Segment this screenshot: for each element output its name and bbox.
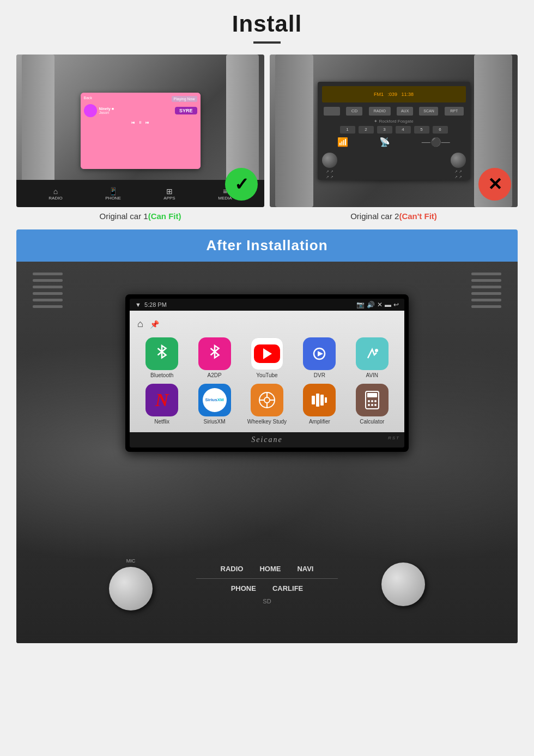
camera-icon: 📷 xyxy=(356,301,365,309)
after-installation-photo: ▼ 5:28 PM 📷 🔊 ✕ ▬ ↩ xyxy=(16,262,518,643)
amp-icon-bg xyxy=(303,384,336,416)
divider xyxy=(196,578,338,579)
car2-radio: FM1 :039 11:38 CD RADIO AUX SCAN RPT ✦ R… xyxy=(318,82,470,180)
netflix-label: Netflix xyxy=(154,419,169,425)
head-unit-brand-bar: Seicane RST xyxy=(130,432,404,447)
physical-controls-area: MIC RADIO HOME NAVI PHONE CARLI xyxy=(109,558,425,610)
close-icon: ✕ xyxy=(377,301,383,309)
car2-photo: FM1 :039 11:38 CD RADIO AUX SCAN RPT ✦ R… xyxy=(270,55,518,207)
car2-knobs: ↗ ↗ ↗ ↗ ↗ ↗ xyxy=(322,153,466,179)
app-avin[interactable]: AVIN xyxy=(349,337,396,378)
minimize-icon: ▬ xyxy=(385,301,391,309)
app-calculator[interactable]: Calculator xyxy=(349,384,396,425)
calc-icon-bg xyxy=(356,384,389,416)
car1-caption: Original car 1(Can Fit) xyxy=(16,211,264,221)
app-dvr[interactable]: DVR xyxy=(296,337,343,378)
wheel-label: Wheelkey Study xyxy=(247,419,287,425)
car2-caption: Original car 2(Can't Fit) xyxy=(270,211,518,221)
home-btn[interactable]: HOME xyxy=(259,565,281,573)
sirius-icon-bg: SiriusXM xyxy=(198,384,231,416)
left-knob[interactable] xyxy=(109,567,153,610)
app-a2dp[interactable]: A2DP xyxy=(191,337,238,378)
radio-btn[interactable]: RADIO xyxy=(221,565,244,573)
app-grid-row2: N Netflix SiriusXM xyxy=(135,384,399,425)
svg-point-14 xyxy=(368,400,370,402)
app-youtube[interactable]: YouTube xyxy=(244,337,290,378)
wheel-icon-bg xyxy=(251,384,283,416)
app-netflix[interactable]: N Netflix xyxy=(138,384,185,425)
avin-label: AVIN xyxy=(366,372,378,378)
top-bar: ⌂ 📌 xyxy=(135,318,399,330)
phone-btn[interactable]: PHONE xyxy=(231,584,256,592)
svg-point-15 xyxy=(371,400,373,402)
app-grid-area: ⌂ 📌 B xyxy=(130,311,404,432)
app-wheelkey[interactable]: Wheelkey Study xyxy=(244,384,290,425)
bluetooth-icon-bg xyxy=(145,337,178,370)
car-comparison: BackPlaying Now Ninety ■ Jason SYRE xyxy=(16,55,518,221)
car1-screen: BackPlaying Now Ninety ■ Jason SYRE xyxy=(81,93,201,169)
a2dp-label: A2DP xyxy=(208,372,222,378)
car1-photo: BackPlaying Now Ninety ■ Jason SYRE xyxy=(16,55,264,207)
title-underline xyxy=(253,41,281,44)
status-right: 📷 🔊 ✕ ▬ ↩ xyxy=(356,301,399,309)
rst-label: RST xyxy=(388,436,400,440)
vent-left xyxy=(33,273,63,308)
page-title: Install xyxy=(16,11,518,37)
signal-icon: ▼ xyxy=(135,301,141,308)
youtube-label: YouTube xyxy=(256,372,277,378)
sd-row: SD xyxy=(263,598,271,604)
svg-point-16 xyxy=(374,400,377,402)
netflix-n-icon: N xyxy=(155,390,169,410)
svg-point-17 xyxy=(368,404,370,406)
netflix-icon-bg: N xyxy=(145,384,178,416)
svg-point-18 xyxy=(371,404,373,406)
car2-wrapper: FM1 :039 11:38 CD RADIO AUX SCAN RPT ✦ R… xyxy=(270,55,518,221)
app-siriusxm[interactable]: SiriusXM SiriusXM xyxy=(191,384,238,425)
app-grid-row1: Bluetooth A2DP xyxy=(135,337,399,378)
car1-badge: ✓ xyxy=(225,168,258,201)
svg-point-1 xyxy=(375,349,378,352)
car2-badge: ✕ xyxy=(478,168,511,201)
sd-label: SD xyxy=(263,598,271,604)
svg-rect-10 xyxy=(320,395,324,406)
youtube-play-icon xyxy=(254,344,280,363)
svg-rect-13 xyxy=(367,393,377,397)
page-wrapper: Install BackPlaying Now xyxy=(0,0,534,660)
screen: ▼ 5:28 PM 📷 🔊 ✕ ▬ ↩ xyxy=(130,299,404,447)
right-knob[interactable] xyxy=(381,563,425,606)
svg-rect-11 xyxy=(325,397,327,403)
a2dp-icon-bg xyxy=(198,337,231,370)
vent-right xyxy=(471,273,501,308)
head-unit: ▼ 5:28 PM 📷 🔊 ✕ ▬ ↩ xyxy=(125,294,409,452)
back-icon: ↩ xyxy=(393,301,399,309)
svg-point-19 xyxy=(374,404,377,406)
svg-rect-8 xyxy=(312,396,315,404)
center-buttons: RADIO HOME NAVI PHONE CARLIFE SD xyxy=(196,565,338,604)
carlife-btn[interactable]: CARLIFE xyxy=(272,584,303,592)
avin-icon-bg xyxy=(356,337,389,370)
brand-name: Seicane xyxy=(251,436,283,444)
after-installation-banner: After Installation xyxy=(16,229,518,262)
app-bluetooth[interactable]: Bluetooth xyxy=(138,337,185,378)
volume-icon: 🔊 xyxy=(367,301,375,309)
car2-display: FM1 :039 11:38 xyxy=(322,86,466,102)
button-row-1: RADIO HOME NAVI xyxy=(221,565,314,573)
bluetooth-label: Bluetooth xyxy=(150,372,173,378)
pin-icon[interactable]: 📌 xyxy=(150,320,159,329)
svg-point-3 xyxy=(264,397,270,403)
amp-label: Amplifier xyxy=(309,419,330,425)
button-row-2: PHONE CARLIFE xyxy=(231,584,304,592)
car1-wrapper: BackPlaying Now Ninety ■ Jason SYRE xyxy=(16,55,264,221)
yt-triangle xyxy=(263,348,272,359)
status-bar: ▼ 5:28 PM 📷 🔊 ✕ ▬ ↩ xyxy=(130,299,404,311)
car-interior: ▼ 5:28 PM 📷 🔊 ✕ ▬ ↩ xyxy=(16,262,518,643)
left-knob-area: MIC xyxy=(109,558,153,610)
navi-btn[interactable]: NAVI xyxy=(297,565,313,573)
mic-label: MIC xyxy=(126,558,136,564)
app-amplifier[interactable]: Amplifier xyxy=(296,384,343,425)
dvr-label: DVR xyxy=(314,372,325,378)
svg-rect-9 xyxy=(316,394,319,407)
calc-label: Calculator xyxy=(360,419,384,425)
home-icon[interactable]: ⌂ xyxy=(137,318,143,330)
youtube-icon-bg xyxy=(251,337,283,370)
